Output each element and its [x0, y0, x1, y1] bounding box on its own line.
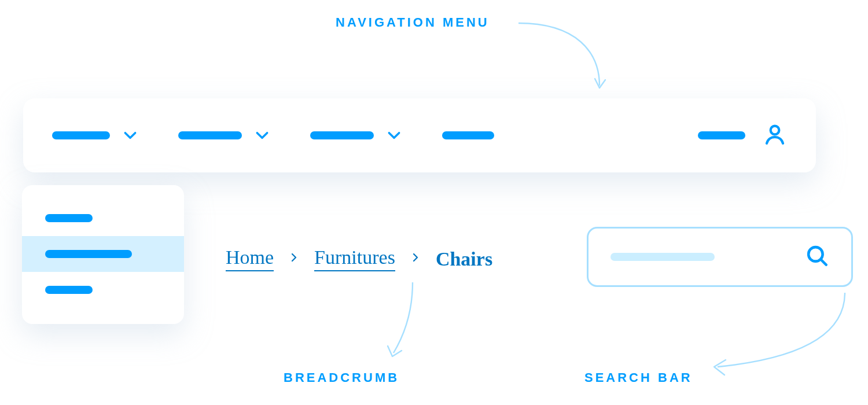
- nav-item-2-label-placeholder: [178, 131, 242, 139]
- nav-item-account[interactable]: [698, 131, 745, 139]
- svg-point-0: [771, 126, 779, 135]
- nav-dropdown: [22, 185, 184, 324]
- annotation-arrow-breadcrumb: [358, 278, 427, 365]
- dropdown-item-3[interactable]: [22, 272, 184, 308]
- user-icon[interactable]: [763, 122, 787, 149]
- breadcrumb-item-current: Chairs: [436, 248, 492, 270]
- chevron-right-icon: [289, 248, 299, 270]
- dropdown-item-3-label-placeholder: [45, 286, 93, 294]
- annotation-arrow-search: [700, 289, 851, 382]
- nav-item-account-label-placeholder: [698, 131, 745, 139]
- search-icon[interactable]: [805, 244, 829, 270]
- nav-item-3-label-placeholder: [310, 131, 374, 139]
- nav-item-1-label-placeholder: [52, 131, 110, 139]
- navigation-menu-caption: NAVIGATION MENU: [336, 15, 490, 30]
- search-bar-caption: SEARCH BAR: [584, 370, 693, 385]
- nav-item-1[interactable]: [52, 128, 138, 143]
- chevron-down-icon: [387, 128, 402, 143]
- search-input-placeholder[interactable]: [610, 253, 715, 261]
- navigation-menu: [23, 98, 816, 172]
- dropdown-item-1[interactable]: [22, 200, 184, 236]
- nav-item-2[interactable]: [178, 128, 270, 143]
- dropdown-item-2-selected[interactable]: [22, 236, 184, 272]
- breadcrumb: Home Furnitures Chairs: [226, 246, 492, 271]
- nav-items-left: [52, 128, 698, 143]
- chevron-down-icon: [123, 128, 138, 143]
- nav-items-right: [698, 122, 787, 149]
- annotation-arrow-nav: [513, 17, 623, 98]
- chevron-right-icon: [410, 248, 421, 270]
- nav-item-3[interactable]: [310, 128, 402, 143]
- breadcrumb-item-home[interactable]: Home: [226, 246, 274, 271]
- breadcrumb-caption: BREADCRUMB: [284, 370, 399, 385]
- breadcrumb-item-furnitures[interactable]: Furnitures: [314, 246, 395, 271]
- nav-item-4[interactable]: [442, 131, 494, 139]
- dropdown-item-1-label-placeholder: [45, 214, 93, 222]
- nav-item-4-label-placeholder: [442, 131, 494, 139]
- chevron-down-icon: [255, 128, 270, 143]
- search-bar[interactable]: [587, 227, 853, 287]
- dropdown-item-2-label-placeholder: [45, 250, 132, 258]
